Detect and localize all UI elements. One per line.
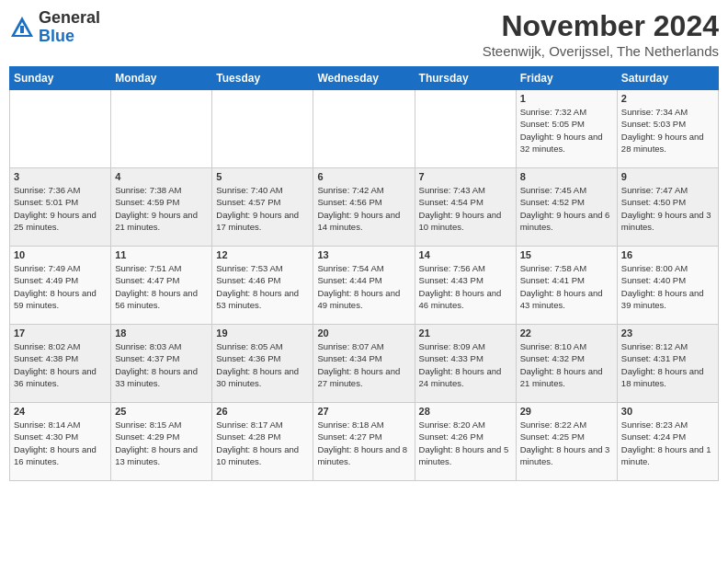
calendar-cell: [111, 90, 212, 168]
day-number: 26: [216, 406, 309, 417]
calendar-cell: 16Sunrise: 8:00 AM Sunset: 4:40 PM Dayli…: [617, 247, 718, 325]
calendar-cell: 3Sunrise: 7:36 AM Sunset: 5:01 PM Daylig…: [10, 168, 111, 247]
calendar-cell: 25Sunrise: 8:15 AM Sunset: 4:29 PM Dayli…: [111, 403, 212, 481]
page-header: General Blue November 2024 Steenwijk, Ov…: [9, 9, 719, 59]
logo-general: General: [39, 8, 100, 27]
day-info: Sunrise: 8:20 AM Sunset: 4:26 PM Dayligh…: [419, 419, 512, 467]
calendar-title: November 2024: [483, 9, 719, 43]
day-info: Sunrise: 7:34 AM Sunset: 5:03 PM Dayligh…: [621, 106, 714, 155]
day-info: Sunrise: 7:56 AM Sunset: 4:43 PM Dayligh…: [419, 262, 512, 311]
calendar-cell: [415, 90, 516, 168]
logo-blue: Blue: [39, 27, 74, 45]
day-number: 25: [115, 406, 208, 417]
calendar-cell: 24Sunrise: 8:14 AM Sunset: 4:30 PM Dayli…: [10, 403, 111, 481]
calendar-cell: 29Sunrise: 8:22 AM Sunset: 4:25 PM Dayli…: [516, 403, 617, 481]
calendar-subtitle: Steenwijk, Overijssel, The Netherlands: [483, 43, 719, 59]
day-number: 28: [419, 406, 512, 417]
day-number: 27: [317, 406, 410, 417]
day-number: 23: [621, 327, 714, 339]
day-info: Sunrise: 8:00 AM Sunset: 4:40 PM Dayligh…: [621, 262, 714, 311]
logo-text: General Blue: [39, 9, 100, 46]
day-number: 22: [520, 327, 613, 339]
header-wednesday: Wednesday: [313, 67, 415, 90]
calendar-cell: 15Sunrise: 7:58 AM Sunset: 4:41 PM Dayli…: [516, 247, 617, 325]
day-number: 14: [419, 249, 512, 260]
calendar-cell: 2Sunrise: 7:34 AM Sunset: 5:03 PM Daylig…: [617, 90, 718, 168]
day-info: Sunrise: 7:36 AM Sunset: 5:01 PM Dayligh…: [14, 184, 107, 233]
day-number: 4: [115, 171, 208, 182]
day-info: Sunrise: 8:07 AM Sunset: 4:34 PM Dayligh…: [317, 340, 410, 389]
calendar-cell: 5Sunrise: 7:40 AM Sunset: 4:57 PM Daylig…: [212, 168, 313, 247]
day-number: 1: [520, 93, 613, 104]
day-info: Sunrise: 7:53 AM Sunset: 4:46 PM Dayligh…: [216, 262, 309, 311]
header-tuesday: Tuesday: [212, 67, 313, 90]
day-number: 9: [621, 171, 714, 182]
header-friday: Friday: [516, 67, 617, 90]
day-info: Sunrise: 8:09 AM Sunset: 4:33 PM Dayligh…: [419, 340, 512, 389]
day-number: 11: [115, 249, 208, 260]
calendar-cell: 17Sunrise: 8:02 AM Sunset: 4:38 PM Dayli…: [10, 325, 111, 403]
day-number: 24: [14, 406, 107, 417]
day-info: Sunrise: 8:17 AM Sunset: 4:28 PM Dayligh…: [216, 419, 309, 467]
calendar-cell: 14Sunrise: 7:56 AM Sunset: 4:43 PM Dayli…: [415, 247, 516, 325]
calendar-week-row: 17Sunrise: 8:02 AM Sunset: 4:38 PM Dayli…: [10, 325, 719, 403]
calendar-table: SundayMondayTuesdayWednesdayThursdayFrid…: [9, 66, 719, 481]
day-info: Sunrise: 7:32 AM Sunset: 5:05 PM Dayligh…: [520, 106, 613, 155]
calendar-cell: 26Sunrise: 8:17 AM Sunset: 4:28 PM Dayli…: [212, 403, 313, 481]
day-number: 15: [520, 249, 613, 260]
day-number: 30: [621, 406, 714, 417]
header-saturday: Saturday: [617, 67, 718, 90]
day-number: 18: [115, 327, 208, 339]
calendar-cell: 6Sunrise: 7:42 AM Sunset: 4:56 PM Daylig…: [313, 168, 415, 247]
day-info: Sunrise: 7:43 AM Sunset: 4:54 PM Dayligh…: [419, 184, 512, 233]
calendar-cell: 11Sunrise: 7:51 AM Sunset: 4:47 PM Dayli…: [111, 247, 212, 325]
day-info: Sunrise: 7:42 AM Sunset: 4:56 PM Dayligh…: [317, 184, 410, 233]
logo: General Blue: [9, 9, 100, 46]
calendar-cell: 10Sunrise: 7:49 AM Sunset: 4:49 PM Dayli…: [10, 247, 111, 325]
day-number: 12: [216, 249, 309, 260]
day-info: Sunrise: 7:45 AM Sunset: 4:52 PM Dayligh…: [520, 184, 613, 233]
day-info: Sunrise: 7:51 AM Sunset: 4:47 PM Dayligh…: [115, 262, 208, 311]
day-info: Sunrise: 7:54 AM Sunset: 4:44 PM Dayligh…: [317, 262, 410, 311]
day-number: 13: [317, 249, 410, 260]
calendar-cell: 1Sunrise: 7:32 AM Sunset: 5:05 PM Daylig…: [516, 90, 617, 168]
svg-rect-2: [20, 26, 24, 33]
day-info: Sunrise: 8:23 AM Sunset: 4:24 PM Dayligh…: [621, 419, 714, 467]
day-number: 19: [216, 327, 309, 339]
title-block: November 2024 Steenwijk, Overijssel, The…: [483, 9, 719, 59]
calendar-cell: 4Sunrise: 7:38 AM Sunset: 4:59 PM Daylig…: [111, 168, 212, 247]
calendar-cell: 7Sunrise: 7:43 AM Sunset: 4:54 PM Daylig…: [415, 168, 516, 247]
day-number: 6: [317, 171, 410, 182]
day-number: 16: [621, 249, 714, 260]
calendar-cell: 18Sunrise: 8:03 AM Sunset: 4:37 PM Dayli…: [111, 325, 212, 403]
day-info: Sunrise: 7:47 AM Sunset: 4:50 PM Dayligh…: [621, 184, 714, 233]
calendar-cell: 13Sunrise: 7:54 AM Sunset: 4:44 PM Dayli…: [313, 247, 415, 325]
day-number: 3: [14, 171, 107, 182]
calendar-cell: 8Sunrise: 7:45 AM Sunset: 4:52 PM Daylig…: [516, 168, 617, 247]
header-sunday: Sunday: [10, 67, 111, 90]
calendar-cell: 23Sunrise: 8:12 AM Sunset: 4:31 PM Dayli…: [617, 325, 718, 403]
day-number: 21: [419, 327, 512, 339]
day-info: Sunrise: 7:58 AM Sunset: 4:41 PM Dayligh…: [520, 262, 613, 311]
calendar-week-row: 3Sunrise: 7:36 AM Sunset: 5:01 PM Daylig…: [10, 168, 719, 247]
day-info: Sunrise: 8:14 AM Sunset: 4:30 PM Dayligh…: [14, 419, 107, 467]
day-number: 10: [14, 249, 107, 260]
calendar-cell: [10, 90, 111, 168]
day-number: 5: [216, 171, 309, 182]
day-info: Sunrise: 8:05 AM Sunset: 4:36 PM Dayligh…: [216, 340, 309, 389]
day-info: Sunrise: 8:22 AM Sunset: 4:25 PM Dayligh…: [520, 419, 613, 467]
day-number: 8: [520, 171, 613, 182]
calendar-cell: 27Sunrise: 8:18 AM Sunset: 4:27 PM Dayli…: [313, 403, 415, 481]
day-number: 17: [14, 327, 107, 339]
calendar-cell: 9Sunrise: 7:47 AM Sunset: 4:50 PM Daylig…: [617, 168, 718, 247]
calendar-cell: 30Sunrise: 8:23 AM Sunset: 4:24 PM Dayli…: [617, 403, 718, 481]
day-info: Sunrise: 8:12 AM Sunset: 4:31 PM Dayligh…: [621, 340, 714, 389]
calendar-week-row: 1Sunrise: 7:32 AM Sunset: 5:05 PM Daylig…: [10, 90, 719, 168]
calendar-cell: 20Sunrise: 8:07 AM Sunset: 4:34 PM Dayli…: [313, 325, 415, 403]
day-number: 29: [520, 406, 613, 417]
calendar-cell: 19Sunrise: 8:05 AM Sunset: 4:36 PM Dayli…: [212, 325, 313, 403]
calendar-cell: 28Sunrise: 8:20 AM Sunset: 4:26 PM Dayli…: [415, 403, 516, 481]
header-monday: Monday: [111, 67, 212, 90]
logo-icon: [9, 15, 35, 40]
calendar-header-row: SundayMondayTuesdayWednesdayThursdayFrid…: [10, 67, 719, 90]
